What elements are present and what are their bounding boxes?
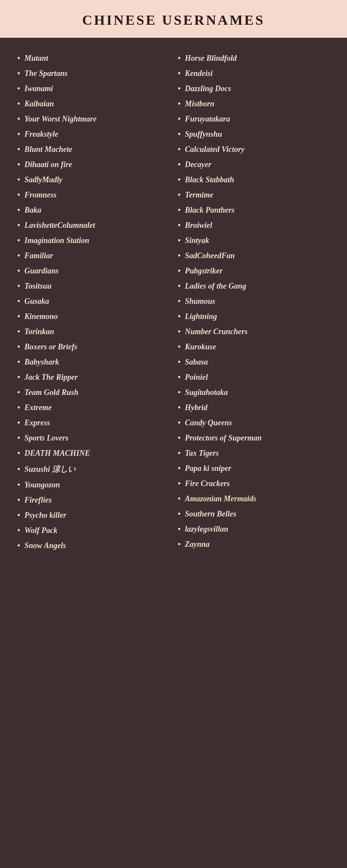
page-header: CHINESE USERNAMES xyxy=(0,0,347,38)
list-item: SadCoheedFan xyxy=(178,248,330,263)
list-item: Hybrid xyxy=(178,400,330,415)
list-item: Papa ki sniper xyxy=(178,461,330,476)
list-item: Youngozon xyxy=(17,477,169,493)
right-list: Horse BlindfoldKendeisiDazzling DocsMist… xyxy=(178,51,330,552)
list-item: Torinkan xyxy=(17,324,169,339)
list-item: Ladies of the Gang xyxy=(178,279,330,294)
list-item: lazylegsvillan xyxy=(178,522,330,537)
list-item: Express xyxy=(17,415,169,431)
list-item: Boxers or Briefs xyxy=(17,339,169,355)
left-column: MutantThe SpartansIwanamiKaibaianYour Wo… xyxy=(13,51,174,553)
list-item: Imagination Station xyxy=(17,233,169,248)
list-item: Broiwiel xyxy=(178,218,330,233)
page-title: CHINESE USERNAMES xyxy=(9,12,338,28)
list-item: Blunt Machete xyxy=(17,142,169,157)
list-item: Furuyatakara xyxy=(178,112,330,127)
list-item: Mistborn xyxy=(178,96,330,112)
list-item: Kaibaian xyxy=(17,96,169,112)
list-item: Poiniel xyxy=(178,370,330,385)
list-item: Calculated Victory xyxy=(178,142,330,157)
list-item: Iwanami xyxy=(17,81,169,96)
list-item: Mutant xyxy=(17,51,169,66)
list-item: Dazzling Docs xyxy=(178,81,330,96)
list-item: Snow Angels xyxy=(17,538,169,553)
list-item: Amazonian Mermaids xyxy=(178,491,330,506)
list-item: Baka xyxy=(17,203,169,218)
list-item: Guardians xyxy=(17,263,169,279)
list-item: DEATH MACHINE xyxy=(17,446,169,461)
list-item: Tax Tigers xyxy=(178,446,330,461)
list-item: Fire Crackers xyxy=(178,476,330,491)
list-item: Tositsuu xyxy=(17,279,169,294)
list-item: The Spartans xyxy=(17,66,169,81)
right-column: Horse BlindfoldKendeisiDazzling DocsMist… xyxy=(174,51,334,553)
list-item: Termime xyxy=(178,187,330,203)
list-item: Kendeisi xyxy=(178,66,330,81)
content-area: MutantThe SpartansIwanamiKaibaianYour Wo… xyxy=(0,38,347,571)
list-item: Babyshark xyxy=(17,355,169,370)
list-item: Fromness xyxy=(17,187,169,203)
list-item: Kinemono xyxy=(17,309,169,324)
list-item: Your Worst Nightmare xyxy=(17,112,169,127)
list-item: Freakstyle xyxy=(17,127,169,142)
list-item: Black Stabbath xyxy=(178,172,330,187)
list-item: Gusaka xyxy=(17,294,169,309)
list-item: Extreme xyxy=(17,400,169,415)
list-item: SadlyMadly xyxy=(17,172,169,187)
list-item: Sports Lovers xyxy=(17,431,169,446)
list-item: Number Crunchers xyxy=(178,324,330,339)
list-item: Team Gold Rush xyxy=(17,385,169,400)
list-item: Sintyak xyxy=(178,233,330,248)
list-item: Lightning xyxy=(178,309,330,324)
left-list: MutantThe SpartansIwanamiKaibaianYour Wo… xyxy=(17,51,169,553)
list-item: Horse Blindfold xyxy=(178,51,330,66)
list-item: Psycho killer xyxy=(17,508,169,523)
list-item: Kurokuse xyxy=(178,339,330,355)
list-item: Spuffynshu xyxy=(178,127,330,142)
list-item: Black Panthers xyxy=(178,203,330,218)
list-item: Sabasa xyxy=(178,355,330,370)
list-item: Southern Belles xyxy=(178,506,330,522)
list-item: Protectors of Superman xyxy=(178,431,330,446)
list-item: Fireflies xyxy=(17,493,169,508)
list-item: Decayer xyxy=(178,157,330,172)
list-item: Familiar xyxy=(17,248,169,263)
list-item: LavishetteColumnalet xyxy=(17,218,169,233)
list-item: Sugitahotaka xyxy=(178,385,330,400)
list-item: Shumous xyxy=(178,294,330,309)
list-item: Wolf Pack xyxy=(17,523,169,538)
list-item: Suzushi 涼しい xyxy=(17,461,169,477)
list-item: Pubgstriker xyxy=(178,263,330,279)
list-item: Jack The Ripper xyxy=(17,370,169,385)
list-item: Zaynna xyxy=(178,537,330,552)
list-item: Candy Queens xyxy=(178,415,330,431)
list-item: Dihaati on fire xyxy=(17,157,169,172)
